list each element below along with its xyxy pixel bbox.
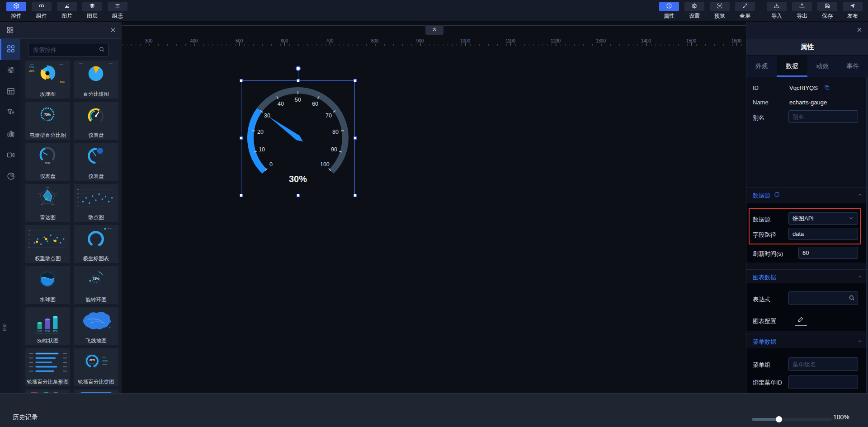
widget-tile-label: 飞线地图: [74, 338, 118, 344]
menugroup-label: 菜单组: [753, 361, 770, 369]
layers-icon: [89, 3, 95, 11]
widget-tile-bar3d[interactable]: 112121563256 3d柱状图: [25, 307, 70, 345]
refresh-label: 刷新时间(s): [753, 249, 783, 258]
svg-text:75%: 75%: [44, 113, 51, 117]
rail-item-6[interactable]: [0, 166, 20, 188]
widget-tile-gauge-blue[interactable]: 32% 仪表盘: [25, 143, 70, 181]
widget-tile-map[interactable]: 飞线地图: [74, 307, 118, 345]
widget-tile-scatter-weight[interactable]: 权重散点图: [25, 225, 70, 263]
properties-tab-0[interactable]: 外观: [746, 56, 777, 77]
toolbar-button-left-1[interactable]: 组件: [29, 0, 54, 20]
ruler-label: 900: [413, 38, 427, 43]
resize-handle-n[interactable]: [297, 79, 300, 82]
zoom-percent: 100%: [833, 413, 849, 421]
rotate-handle[interactable]: [296, 66, 301, 71]
svg-text:20%: 20%: [29, 70, 34, 72]
fieldpath-input[interactable]: [788, 228, 858, 240]
resize-handle-sw[interactable]: [240, 194, 243, 197]
gauge-blue-thumbnail-icon: 32%: [25, 143, 70, 171]
expression-input[interactable]: [788, 291, 858, 305]
widget-tile-trapezoid[interactable]: [74, 389, 118, 393]
widget-tile-hbars[interactable]: 轮播百分比条形图: [25, 348, 70, 386]
refresh-icon[interactable]: [774, 191, 780, 200]
save-icon: [824, 3, 830, 11]
toolbar-button-left-0[interactable]: 控件: [4, 0, 29, 20]
link-icon: [38, 3, 45, 11]
widget-tile-polar[interactable]: 极坐标图表: [74, 225, 118, 263]
widget-list: 25%20%20% 玫瑰图 百分比饼图 75% 电量型百分比图 仪表盘 32% …: [20, 39, 122, 393]
resize-handle-w[interactable]: [240, 136, 243, 140]
pie-chart-icon: [6, 172, 15, 183]
toolbar-button-right-3[interactable]: 全屏: [732, 0, 758, 20]
rail-item-4[interactable]: [0, 124, 20, 145]
section-datasource[interactable]: 数据源: [746, 188, 868, 201]
rail-item-3[interactable]: [0, 103, 20, 124]
datasource-select[interactable]: 饼图API: [788, 212, 858, 225]
toolbar-button-right-7[interactable]: 发布: [840, 0, 865, 20]
rail-item-0[interactable]: [0, 39, 20, 60]
widget-tile-radar[interactable]: 雷达图: [25, 184, 70, 222]
toolbar-button-label: 属性: [664, 12, 675, 20]
svg-text:1121: 1121: [38, 330, 42, 333]
resize-handle-nw[interactable]: [240, 79, 243, 82]
resize-handle-se[interactable]: [354, 194, 357, 197]
search-input[interactable]: [28, 43, 108, 56]
widget-tile-pie[interactable]: 百分比饼图: [74, 61, 118, 99]
copy-icon: [824, 84, 830, 92]
ruler-label: 1300: [594, 38, 608, 43]
collapse-canvas-button[interactable]: [425, 25, 443, 35]
refresh-input[interactable]: [798, 247, 858, 259]
properties-tab-2[interactable]: 动效: [807, 56, 838, 77]
edit-chart-config-button[interactable]: [797, 316, 804, 325]
search-icon: [99, 46, 105, 54]
widget-tile-liquid[interactable]: 水球图: [25, 266, 70, 304]
toolbar-button-right-5[interactable]: 导出: [789, 0, 815, 20]
toolbar-button-left-4[interactable]: 组态: [105, 0, 130, 20]
bindmenu-input[interactable]: [788, 375, 858, 389]
section-chartdata[interactable]: 图表数据: [746, 269, 868, 283]
toolbar-button-right-0[interactable]: 属性: [656, 0, 682, 20]
toolbar-button-label: 全屏: [740, 12, 750, 20]
alias-input[interactable]: [788, 110, 858, 123]
close-widget-panel-icon[interactable]: [110, 27, 116, 35]
widget-tile-ring[interactable]: 75% 电量型百分比图: [25, 102, 70, 140]
image-icon: [64, 3, 70, 11]
alias-field-wrap: [788, 110, 858, 123]
toolbar-button-right-6[interactable]: 保存: [815, 0, 840, 20]
close-properties-icon[interactable]: [856, 27, 863, 35]
rail-item-2[interactable]: [0, 81, 20, 103]
resize-handle-ne[interactable]: [354, 79, 357, 82]
widget-tile-strip[interactable]: [25, 389, 70, 393]
toolbar-button-right-1[interactable]: 设置: [682, 0, 707, 20]
widget-tile-gauge-colorful[interactable]: 仪表盘: [74, 102, 118, 140]
properties-tab-1[interactable]: 数据: [777, 56, 807, 77]
liquid-thumbnail-icon: [25, 266, 70, 294]
resize-handle-s[interactable]: [297, 194, 300, 197]
widget-tile-ring-carousel[interactable]: 28% 轮播百分比饼图: [74, 348, 118, 386]
toolbar-button-right-2[interactable]: 预览: [707, 0, 732, 20]
menugroup-input[interactable]: [788, 357, 858, 371]
ring-carousel-thumbnail-icon: 28%: [74, 348, 118, 376]
toolbar-button-right-4[interactable]: 导入: [764, 0, 789, 20]
copy-id-button[interactable]: [824, 84, 830, 92]
bindmenu-label: 绑定菜单ID: [753, 378, 782, 387]
search-icon[interactable]: [849, 295, 855, 303]
zoom-slider-knob[interactable]: [776, 416, 782, 422]
properties-tab-3[interactable]: 事件: [838, 56, 868, 77]
rail-item-1[interactable]: [0, 60, 20, 81]
ruler-label: 1100: [504, 38, 517, 43]
grid-icon: [6, 44, 15, 55]
toolbar-button-left-3[interactable]: 图层: [80, 0, 105, 20]
widget-tile-rose[interactable]: 25%20%20% 玫瑰图: [25, 61, 70, 99]
panel-scrollbar[interactable]: [866, 77, 868, 393]
widget-tile-scatter[interactable]: 散点图: [74, 184, 118, 222]
toolbar-button-label: 发布: [847, 12, 858, 20]
toolbar-button-left-2[interactable]: 图片: [54, 0, 80, 20]
widget-tile-ring-rotate[interactable]: 75% 旋转环图: [74, 266, 118, 304]
section-menudata[interactable]: 菜单数据: [746, 334, 868, 347]
resize-handle-e[interactable]: [354, 136, 357, 140]
widget-tile-gauge-dial[interactable]: 仪表盘: [74, 143, 118, 181]
history-panel-toggle[interactable]: 历史记录: [13, 413, 38, 422]
zoom-slider[interactable]: [752, 418, 832, 421]
rail-item-5[interactable]: [0, 145, 20, 166]
